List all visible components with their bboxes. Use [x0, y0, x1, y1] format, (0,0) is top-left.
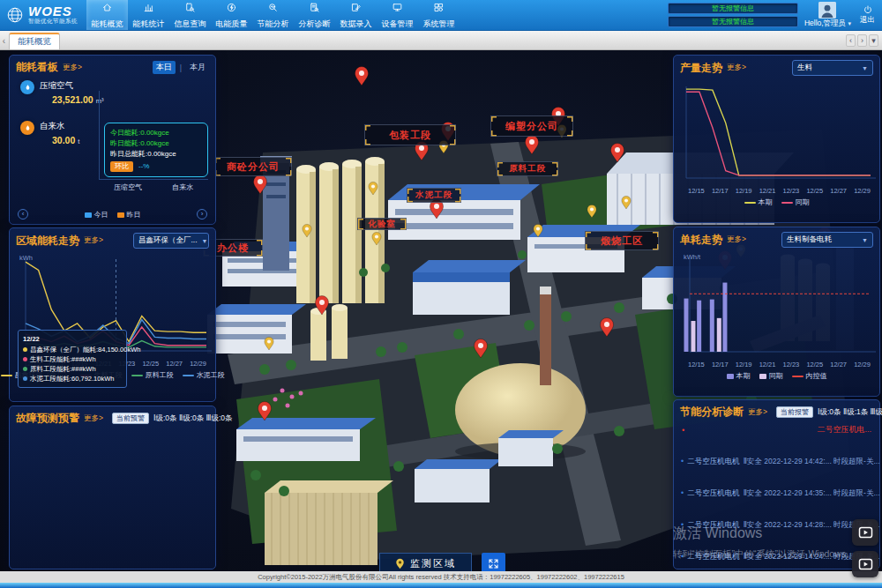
legend-swatch — [85, 212, 92, 218]
panel-energy-kanban: 能耗看板 更多> 本日 | 本月 压缩空气23,521.00 m³自来水30.0… — [9, 55, 216, 225]
map-label[interactable]: 商砼分公司 — [214, 157, 292, 176]
legend-item[interactable]: 本期 — [744, 197, 773, 207]
kanban-axis-labels: 压缩空气自来水 — [99, 182, 208, 192]
production-select[interactable]: 生料▼ — [792, 60, 873, 76]
nav-item-label: 能耗概览 — [92, 19, 123, 30]
logout-button[interactable]: 退出 — [857, 4, 878, 26]
tab-scroll-left[interactable]: ‹ — [0, 36, 8, 49]
legend-item[interactable]: 同期 — [781, 197, 810, 207]
nav-item-label: 分析诊断 — [299, 19, 331, 30]
legend-item[interactable]: 昨日 — [117, 210, 141, 220]
legend-item[interactable]: 原料工段 — [131, 370, 174, 380]
unit-legend: 本期同期内控值 — [674, 371, 879, 381]
map-label[interactable]: 原料工段 — [497, 161, 558, 176]
legend-item[interactable]: 同期 — [759, 371, 783, 381]
overlay-media-button-2[interactable] — [852, 551, 878, 577]
tab-bar: ‹ 能耗概览 ‹ › ▾ — [0, 31, 882, 50]
more-link[interactable]: 更多> — [63, 63, 82, 73]
panel-region-trend: 区域能耗走势 更多> 昌鑫环保（全厂...▼ kWh 12/22 昌鑫环保（全厂… — [9, 227, 216, 402]
user-avatar[interactable] — [818, 2, 836, 19]
kanban-next-arrow[interactable]: › — [197, 209, 207, 220]
alarm-list-item[interactable]: •二号空压机电机Ⅱ安全 2022-12-29 14:35:... 时段超限-关.… — [674, 488, 879, 499]
toggle-today[interactable]: 本日 — [153, 61, 176, 74]
diagnosis-icon — [309, 1, 320, 17]
alarm-list-item[interactable]: •二号空压机电机Ⅱ安全 2022-12-29 14:28:... 时段超限-关.… — [674, 520, 879, 531]
x-tick-label: 12/15 — [688, 187, 705, 195]
nav-item-system[interactable]: 系统管理 — [418, 0, 460, 30]
legend-item[interactable]: 内控值 — [792, 371, 827, 381]
overlay-media-button-1[interactable] — [852, 519, 878, 546]
nav-item-info[interactable]: 信息查询 — [169, 0, 211, 30]
tooltip-series-line: 昌鑫环保（全厂）能耗:84,150.00kWh — [23, 345, 122, 354]
more-link[interactable]: 更多> — [84, 413, 103, 424]
nav-item-stats[interactable]: 能耗统计 — [128, 0, 169, 30]
current-alarm-badge[interactable]: 当前报警 — [776, 406, 813, 418]
map-label[interactable]: 化验室 — [357, 218, 407, 230]
map-label[interactable]: 煅烧工区 — [585, 231, 659, 250]
fullscreen-button[interactable] — [482, 553, 505, 571]
x-tick-label: 12/17 — [712, 187, 729, 195]
tooltip-today: 今日能耗:0.00kgce — [110, 128, 202, 138]
legend-item[interactable]: 今日 — [85, 210, 108, 220]
copyright-text: Copyright©2015-2022万洲电气股份有限公司All rights … — [0, 571, 882, 583]
legend-item[interactable]: 本期 — [727, 371, 751, 381]
legend-item[interactable]: 水泥工段 — [183, 370, 225, 380]
tab-ctrl-left-icon[interactable]: ‹ — [846, 34, 856, 47]
metric-name: 压缩空气 — [40, 80, 103, 92]
x-tick-label: 12/19 — [736, 187, 752, 195]
toggle-month[interactable]: 本月 — [186, 61, 209, 74]
nav-item-home[interactable]: 能耗概览 — [86, 0, 128, 30]
tooltip-date: 12/22 — [23, 334, 122, 344]
nav-item-diagnosis[interactable]: 分析诊断 — [294, 0, 335, 30]
more-link[interactable]: 更多> — [727, 63, 746, 73]
logout-label: 退出 — [860, 15, 875, 26]
device-icon — [392, 1, 403, 17]
region-select[interactable]: 昌鑫环保（全厂...▼ — [133, 233, 209, 249]
legend-label: 原料工段 — [146, 370, 174, 380]
legend-swatch — [759, 374, 766, 379]
blue-dot-icon: • — [681, 457, 684, 465]
blue-dot-icon: • — [681, 488, 684, 497]
nav-item-device[interactable]: 设备管理 — [377, 0, 418, 30]
location-pin-icon — [395, 558, 405, 569]
nav-item-saving[interactable]: 节能分析 — [252, 0, 294, 30]
x-tick-label: 12/27 — [166, 360, 183, 368]
map-label[interactable]: 包装工段 — [364, 124, 456, 145]
tooltip-series-line: 水泥工段能耗:60,792.10kWh — [23, 374, 122, 383]
x-tick-label: 12/29 — [190, 360, 206, 368]
marquee-text: 二号空压机电... — [817, 424, 871, 435]
map-label[interactable]: 编塑分公司 — [490, 115, 573, 137]
nav-item-label: 数据录入 — [340, 19, 372, 30]
logo-title: WOES — [28, 4, 78, 18]
x-tick-label: 12/23 — [783, 361, 800, 368]
droplet-icon — [20, 80, 34, 94]
legend-label: 同期 — [796, 197, 810, 207]
alarm-list: •二号空压机电机Ⅱ安全 2022-12-29 14:42:... 时段超限-关.… — [674, 457, 879, 562]
alarm-list-item[interactable]: •二号空压机电机Ⅱ安全 2022-12-29 14:24:... 时段超限-关.… — [674, 552, 879, 562]
panel-unit-consumption: 单耗走势 更多> 生料制备电耗▼ kWh/t 12/1512/1712/1912… — [673, 227, 880, 397]
x-tick-label: 12/25 — [142, 360, 159, 368]
x-tick-label: 压缩空气 — [114, 182, 142, 192]
alarm-list-item[interactable]: •二号空压机电机Ⅱ安全 2022-12-29 14:42:... 时段超限-关.… — [674, 457, 879, 467]
more-link[interactable]: 更多> — [84, 235, 103, 246]
nav-item-label: 设备管理 — [382, 19, 414, 30]
kanban-legend: 今日昨日 — [10, 210, 215, 220]
tab-ctrl-menu-icon[interactable]: ▾ — [869, 34, 878, 47]
tab-energy-overview[interactable]: 能耗概览 — [9, 33, 60, 49]
more-link[interactable]: 更多> — [727, 234, 746, 245]
map-pin-red[interactable] — [355, 67, 369, 86]
nav-item-entry[interactable]: 数据录入 — [335, 0, 377, 30]
legend-label: 水泥工段 — [197, 370, 225, 380]
y-axis-unit: kWh/t — [684, 253, 700, 261]
metric-name: 自来水 — [40, 121, 79, 132]
nav-item-power[interactable]: 电能质量 — [211, 0, 252, 30]
user-greeting[interactable]: Hello,管理员 ▾ — [804, 19, 851, 29]
saving-icon — [267, 1, 279, 17]
monitor-area-button[interactable]: 监测区域 — [379, 553, 472, 571]
more-link[interactable]: 更多> — [748, 407, 767, 418]
nav-item-label: 电能质量 — [216, 19, 248, 30]
unit-select[interactable]: 生料制备电耗▼ — [781, 232, 873, 248]
current-warning-badge[interactable]: 当前预警 — [112, 413, 149, 424]
tab-ctrl-right-icon[interactable]: › — [857, 34, 867, 47]
map-label[interactable]: 水泥工段 — [407, 188, 461, 203]
